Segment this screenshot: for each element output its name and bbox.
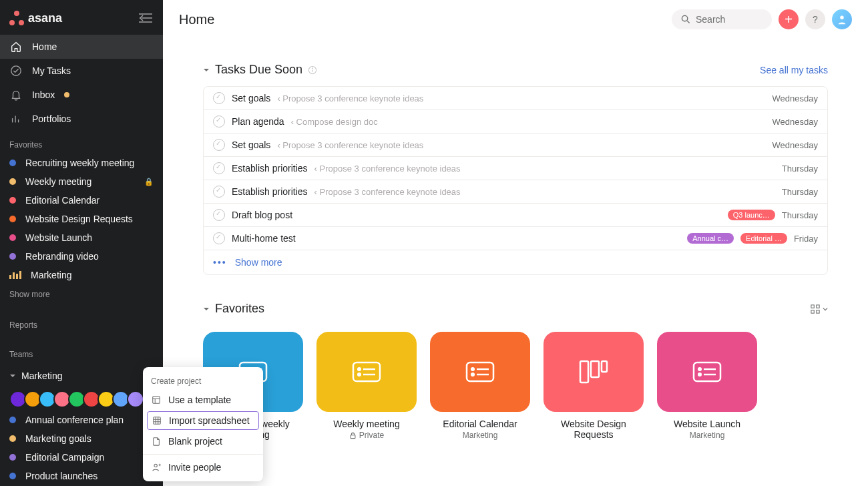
project-color-dot (9, 417, 16, 423)
sidebar-favorite-item[interactable]: Website Design Requests (0, 210, 163, 228)
sidebar-favorite-item[interactable]: Recruiting weekly meeting (0, 154, 163, 172)
global-add-button[interactable]: + (779, 9, 799, 29)
sidebar-header: asana (0, 0, 163, 35)
nav-home[interactable]: Home (0, 35, 163, 59)
task-row[interactable]: Establish priorities‹ Propose 3 conferen… (204, 180, 827, 204)
project-color-dot (9, 435, 16, 442)
favorite-label: Editorial Calendar (25, 195, 154, 206)
complete-task-checkbox[interactable] (213, 115, 225, 128)
lock-icon: 🔒 (144, 178, 154, 186)
task-row[interactable]: Plan agenda‹ Compose design docWednesday (204, 110, 827, 134)
task-name: Establish priorities (232, 186, 308, 197)
template-icon (151, 395, 162, 405)
favorite-card[interactable]: Weekly meetingPrivate (316, 332, 417, 440)
sidebar-favorite-item[interactable]: Marketing (0, 266, 163, 284)
nav-portfolios[interactable]: Portfolios (0, 107, 163, 131)
task-name: Establish priorities (232, 163, 308, 174)
favorites-show-more[interactable]: Show more (0, 284, 163, 304)
complete-task-checkbox[interactable] (213, 232, 225, 244)
menu-invite-people[interactable]: Invite people (143, 457, 263, 477)
caret-down-icon[interactable] (203, 67, 210, 73)
create-project-menu: Create project Use a template Import spr… (143, 367, 263, 481)
team-avatars[interactable] (0, 388, 163, 411)
task-name: Set goals (232, 93, 270, 103)
search-placeholder: Search (696, 14, 725, 25)
task-row[interactable]: Set goals‹ Propose 3 conference keynote … (204, 134, 827, 157)
view-toggle[interactable] (811, 304, 828, 314)
reports-label[interactable]: Reports (0, 304, 163, 334)
sidebar-favorite-item[interactable]: Website Launch (0, 228, 163, 247)
chart-bars-icon (9, 112, 23, 126)
task-parent: ‹ Propose 3 conference keynote ideas (277, 93, 423, 103)
nav-inbox[interactable]: Inbox (0, 83, 163, 107)
nav-portfolios-label: Portfolios (32, 113, 71, 124)
project-label: Editorial Campaign (25, 452, 154, 463)
complete-task-checkbox[interactable] (213, 139, 225, 151)
project-label: Marketing goals (25, 433, 154, 444)
svg-point-23 (358, 368, 361, 371)
search-input[interactable]: Search (672, 9, 772, 29)
project-color-dot (9, 160, 16, 166)
menu-blank-project[interactable]: Blank project (143, 431, 263, 451)
task-due-date: Thursday (782, 187, 818, 197)
svg-rect-34 (591, 361, 599, 377)
svg-rect-41 (153, 397, 160, 404)
favorite-card[interactable]: Website Design Requests (544, 332, 644, 440)
task-row[interactable]: Establish priorities‹ Propose 3 conferen… (204, 157, 827, 180)
complete-task-checkbox[interactable] (213, 92, 225, 104)
ellipsis-icon: ••• (213, 257, 227, 268)
help-button[interactable]: ? (805, 9, 825, 29)
info-icon[interactable] (308, 65, 317, 75)
team-marketing[interactable]: Marketing + (0, 363, 163, 388)
project-color-dot (9, 473, 16, 479)
member-avatar[interactable] (127, 391, 144, 408)
favorite-label: Website Launch (25, 232, 154, 243)
favorites-title: Favorites (215, 302, 264, 316)
tasks-show-more[interactable]: •••Show more (204, 250, 827, 274)
project-pill[interactable]: Editorial … (740, 233, 787, 244)
svg-point-12 (312, 67, 313, 68)
sidebar-favorite-item[interactable]: Rebranding video (0, 247, 163, 266)
brand-text: asana (28, 11, 62, 25)
document-icon (151, 436, 162, 447)
team-project-item[interactable]: Annual conference plan (0, 411, 163, 429)
favorite-card[interactable]: Website LaunchMarketing (657, 332, 757, 440)
task-row[interactable]: Set goals‹ Propose 3 conference keynote … (204, 87, 827, 110)
svg-rect-22 (353, 362, 380, 381)
user-avatar[interactable] (832, 9, 852, 29)
nav-inbox-label: Inbox (32, 89, 55, 100)
project-pill[interactable]: Q3 launc… (728, 210, 775, 220)
team-project-item[interactable]: Marketing goals (0, 429, 163, 448)
favorite-card[interactable]: Editorial CalendarMarketing (430, 332, 530, 440)
favorite-label: Recruiting weekly meeting (25, 158, 154, 168)
see-all-tasks-link[interactable]: See all my tasks (760, 65, 828, 75)
project-color-dot (9, 234, 16, 241)
team-name: Marketing (21, 371, 141, 381)
caret-down-icon[interactable] (203, 306, 210, 312)
lock-icon (349, 432, 357, 439)
svg-rect-14 (817, 304, 819, 307)
nav-mytasks[interactable]: My Tasks (0, 59, 163, 83)
asana-logo[interactable]: asana (9, 11, 62, 25)
favorite-label: Marketing (31, 270, 154, 280)
favorites-label: Favorites (0, 131, 163, 154)
task-due-date: Friday (794, 234, 818, 244)
menu-use-template[interactable]: Use a template (143, 390, 263, 410)
task-row[interactable]: Draft blog postQ3 launc…Thursday (204, 204, 827, 227)
card-title: Editorial Calendar (430, 419, 530, 429)
project-pill[interactable]: Annual c… (687, 233, 734, 244)
team-project-item[interactable]: Editorial Campaign (0, 448, 163, 467)
complete-task-checkbox[interactable] (213, 209, 225, 221)
menu-import-spreadsheet[interactable]: Import spreadsheet (147, 411, 259, 430)
project-label: Annual conference plan (25, 415, 154, 425)
sidebar-favorite-item[interactable]: Editorial Calendar (0, 191, 163, 210)
favorite-label: Rebranding video (25, 251, 154, 262)
sidebar-favorite-item[interactable]: Weekly meeting🔒 (0, 172, 163, 191)
task-row[interactable]: Multi-home testAnnual c…Editorial …Frida… (204, 227, 827, 250)
team-project-item[interactable]: Product launches (0, 467, 163, 485)
complete-task-checkbox[interactable] (213, 162, 225, 174)
collapse-sidebar-icon[interactable] (138, 12, 154, 24)
task-name: Multi-home test (232, 233, 296, 244)
complete-task-checkbox[interactable] (213, 186, 225, 198)
nav-home-label: Home (32, 41, 57, 52)
